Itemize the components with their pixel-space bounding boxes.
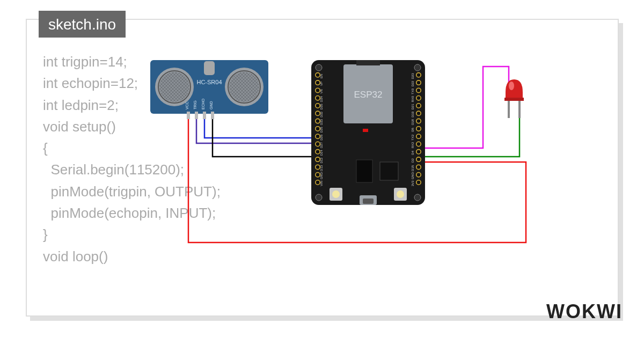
svg-rect-94	[504, 98, 524, 101]
svg-point-61	[316, 73, 320, 77]
svg-text:TRIG: TRIG	[193, 100, 197, 109]
svg-point-53	[316, 104, 320, 108]
svg-text:3V3: 3V3	[411, 180, 414, 186]
svg-text:VN: VN	[320, 89, 323, 93]
svg-point-57	[316, 88, 320, 92]
led-red[interactable]	[504, 79, 524, 118]
svg-point-18	[316, 64, 322, 71]
file-tab[interactable]: sketch.ino	[39, 11, 126, 38]
svg-point-19	[414, 64, 421, 71]
esp32-board[interactable]: ESP32 VINGNDD13D12D14D27D26D25D33D32D35D…	[311, 60, 425, 205]
svg-rect-8	[204, 61, 215, 75]
svg-text:D26: D26	[320, 134, 323, 141]
svg-point-93	[509, 82, 514, 90]
svg-point-55	[316, 96, 320, 100]
svg-text:D13: D13	[320, 165, 323, 171]
svg-rect-9	[187, 112, 190, 119]
svg-point-35	[316, 173, 320, 177]
svg-text:GND: GND	[411, 172, 414, 179]
svg-text:D32: D32	[320, 111, 323, 117]
svg-point-49	[316, 119, 320, 123]
esp32-pins-left: VINGNDD13D12D14D27D26D25D33D32D35D34VNVP…	[316, 73, 323, 186]
svg-point-41	[316, 150, 320, 154]
svg-text:D4: D4	[411, 150, 414, 155]
svg-rect-95	[508, 101, 510, 118]
svg-text:D27: D27	[320, 142, 323, 148]
svg-text:RX2: RX2	[411, 142, 414, 148]
svg-point-83	[416, 104, 421, 108]
svg-point-59	[316, 80, 320, 85]
svg-rect-12	[211, 112, 214, 119]
svg-point-21	[414, 194, 421, 201]
svg-text:RX0: RX0	[411, 95, 414, 102]
svg-text:VIN: VIN	[320, 181, 323, 186]
svg-point-73	[416, 142, 421, 146]
circuit-diagram: HC-SR04 VCC TRIG ECHO GND ESP32	[150, 60, 585, 269]
svg-text:D35: D35	[320, 104, 323, 110]
svg-rect-96	[518, 101, 521, 118]
svg-text:EN: EN	[320, 74, 323, 78]
svg-point-63	[416, 180, 421, 185]
svg-rect-32	[363, 199, 374, 204]
svg-point-91	[416, 73, 421, 77]
svg-point-87	[416, 88, 421, 92]
svg-point-4	[159, 72, 189, 102]
svg-text:D21: D21	[411, 104, 414, 110]
svg-point-39	[316, 157, 320, 161]
svg-text:D2: D2	[411, 158, 414, 163]
svg-text:TX2: TX2	[411, 134, 414, 141]
svg-text:GND: GND	[209, 101, 213, 109]
svg-text:D14: D14	[320, 150, 323, 156]
svg-point-85	[416, 96, 421, 100]
svg-rect-24	[363, 129, 368, 132]
svg-point-71	[416, 150, 421, 154]
svg-text:ECHO: ECHO	[201, 98, 205, 109]
svg-rect-26	[356, 160, 372, 182]
svg-point-89	[416, 80, 421, 85]
svg-rect-10	[195, 112, 198, 119]
svg-point-69	[416, 157, 421, 161]
svg-point-77	[416, 127, 421, 131]
board-label: ESP32	[354, 90, 383, 100]
svg-text:D5: D5	[411, 127, 414, 131]
svg-text:D25: D25	[320, 127, 323, 133]
svg-text:TX0: TX0	[411, 88, 414, 94]
svg-point-81	[416, 111, 421, 115]
svg-point-30	[397, 190, 404, 198]
svg-text:D23: D23	[411, 73, 414, 79]
hcsr04-sensor[interactable]: HC-SR04 VCC TRIG ECHO GND	[150, 60, 268, 119]
svg-text:D34: D34	[320, 96, 323, 102]
svg-point-33	[316, 180, 320, 185]
svg-text:D22: D22	[411, 80, 414, 87]
esp32-button-right[interactable]	[394, 188, 407, 201]
svg-text:D33: D33	[320, 119, 323, 125]
svg-point-65	[416, 173, 421, 177]
svg-text:D12: D12	[320, 157, 323, 164]
svg-rect-11	[203, 112, 206, 119]
svg-text:VCC: VCC	[185, 101, 189, 109]
svg-point-43	[316, 142, 320, 146]
wokwi-logo: WOKWI	[546, 300, 623, 323]
svg-text:GND: GND	[320, 172, 323, 179]
svg-point-7	[229, 72, 259, 102]
svg-point-45	[316, 134, 320, 138]
svg-point-37	[316, 165, 320, 169]
svg-rect-25	[380, 162, 398, 180]
svg-point-75	[416, 134, 421, 138]
svg-point-79	[416, 119, 421, 123]
svg-rect-23	[356, 60, 380, 65]
svg-point-51	[316, 111, 320, 115]
sensor-label: HC-SR04	[196, 79, 222, 85]
svg-point-67	[416, 165, 421, 169]
svg-point-47	[316, 127, 320, 131]
svg-point-28	[332, 190, 340, 198]
svg-text:D15: D15	[411, 165, 414, 171]
svg-text:D18: D18	[411, 119, 414, 125]
svg-point-20	[316, 194, 322, 201]
svg-text:VP: VP	[320, 82, 323, 86]
svg-text:D19: D19	[411, 111, 414, 117]
esp32-button-left[interactable]	[330, 188, 342, 201]
